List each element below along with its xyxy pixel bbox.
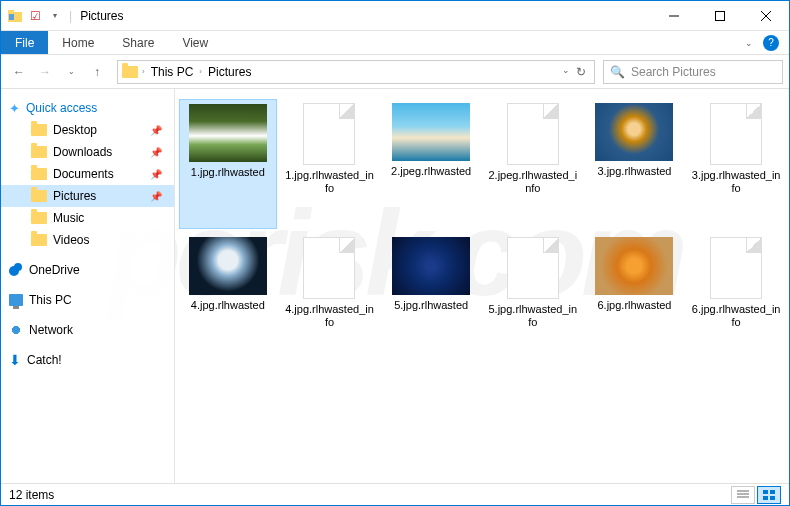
- forward-button[interactable]: →: [33, 60, 57, 84]
- address-bar[interactable]: › This PC › Pictures ⌄ ↻: [117, 60, 595, 84]
- file-item[interactable]: 5.jpg.rlhwasted: [382, 233, 480, 363]
- address-dropdown-icon[interactable]: ⌄: [562, 65, 570, 79]
- explorer-icon: [7, 8, 23, 24]
- folder-icon: [31, 146, 47, 158]
- sidebar-item-desktop[interactable]: Desktop📌: [1, 119, 174, 141]
- file-name: 5.jpg.rlhwasted: [394, 299, 468, 312]
- file-name: 2.jpeg.rlhwasted_info: [488, 169, 578, 195]
- file-grid[interactable]: 1.jpg.rlhwasted1.jpg.rlhwasted_info2.jpe…: [175, 89, 789, 483]
- blank-file-icon: [507, 237, 559, 299]
- close-button[interactable]: [743, 1, 789, 30]
- breadcrumb-root[interactable]: This PC: [149, 65, 196, 79]
- minimize-button[interactable]: [651, 1, 697, 30]
- file-name: 3.jpg.rlhwasted_info: [691, 169, 781, 195]
- pc-icon: [9, 294, 23, 306]
- title-bar: ☑ ▾ | Pictures: [1, 1, 789, 31]
- image-thumbnail: [189, 104, 267, 162]
- sidebar-quick-access[interactable]: ✦Quick access: [1, 97, 174, 119]
- onedrive-icon: [9, 263, 23, 277]
- status-bar: 12 items: [1, 483, 789, 505]
- sidebar-item-label: Pictures: [53, 189, 96, 203]
- pin-icon: 📌: [150, 125, 162, 136]
- file-item[interactable]: 2.jpeg.rlhwasted_info: [484, 99, 582, 229]
- file-item[interactable]: 5.jpg.rlhwasted_info: [484, 233, 582, 363]
- up-button[interactable]: ↑: [85, 60, 109, 84]
- sidebar-item-label: Desktop: [53, 123, 97, 137]
- sidebar-this-pc[interactable]: This PC: [1, 289, 174, 311]
- sidebar-item-label: Music: [53, 211, 84, 225]
- image-thumbnail: [189, 237, 267, 295]
- file-item[interactable]: 6.jpg.rlhwasted: [586, 233, 684, 363]
- svg-rect-12: [763, 496, 768, 500]
- file-item[interactable]: 4.jpg.rlhwasted: [179, 233, 277, 363]
- thumbnails-view-button[interactable]: [757, 486, 781, 504]
- back-button[interactable]: ←: [7, 60, 31, 84]
- properties-icon[interactable]: ☑: [27, 8, 43, 24]
- network-label: Network: [29, 323, 73, 337]
- image-thumbnail: [392, 237, 470, 295]
- image-thumbnail: [595, 237, 673, 295]
- network-icon: [9, 323, 23, 337]
- refresh-icon[interactable]: ↻: [572, 65, 590, 79]
- folder-icon: [122, 66, 138, 78]
- qat-dropdown-icon[interactable]: ▾: [47, 8, 63, 24]
- ribbon-expand-icon[interactable]: ⌄: [745, 38, 753, 48]
- file-item[interactable]: 2.jpeg.rlhwasted: [382, 99, 480, 229]
- quick-access-toolbar: ☑ ▾: [1, 8, 69, 24]
- folder-icon: [31, 212, 47, 224]
- catch-label: Catch!: [27, 353, 62, 367]
- folder-icon: [31, 124, 47, 136]
- quick-access-label: Quick access: [26, 101, 97, 115]
- sidebar-catch[interactable]: ⬇Catch!: [1, 349, 174, 371]
- maximize-button[interactable]: [697, 1, 743, 30]
- file-item[interactable]: 1.jpg.rlhwasted: [179, 99, 277, 229]
- file-item[interactable]: 1.jpg.rlhwasted_info: [281, 99, 379, 229]
- file-name: 3.jpg.rlhwasted: [597, 165, 671, 178]
- sidebar-item-documents[interactable]: Documents📌: [1, 163, 174, 185]
- star-icon: ✦: [9, 101, 20, 116]
- file-item[interactable]: 6.jpg.rlhwasted_info: [687, 233, 785, 363]
- blank-file-icon: [507, 103, 559, 165]
- file-name: 2.jpeg.rlhwasted: [391, 165, 471, 178]
- sidebar-item-label: Videos: [53, 233, 89, 247]
- pin-icon: 📌: [150, 169, 162, 180]
- chevron-right-icon[interactable]: ›: [142, 67, 145, 76]
- search-icon: 🔍: [610, 65, 625, 79]
- sidebar-item-videos[interactable]: Videos: [1, 229, 174, 251]
- tab-home[interactable]: Home: [48, 31, 108, 54]
- file-item[interactable]: 3.jpg.rlhwasted_info: [687, 99, 785, 229]
- svg-rect-11: [770, 490, 775, 494]
- sidebar-network[interactable]: Network: [1, 319, 174, 341]
- search-input[interactable]: 🔍 Search Pictures: [603, 60, 783, 84]
- help-icon[interactable]: ?: [763, 35, 779, 51]
- file-name: 1.jpg.rlhwasted: [191, 166, 265, 179]
- tab-view[interactable]: View: [168, 31, 222, 54]
- sidebar-item-downloads[interactable]: Downloads📌: [1, 141, 174, 163]
- onedrive-label: OneDrive: [29, 263, 80, 277]
- chevron-right-icon[interactable]: ›: [199, 67, 202, 76]
- breadcrumb-current[interactable]: Pictures: [206, 65, 253, 79]
- navigation-pane: ✦Quick access Desktop📌Downloads📌Document…: [1, 89, 175, 483]
- svg-rect-13: [770, 496, 775, 500]
- pin-icon: 📌: [150, 147, 162, 158]
- catch-icon: ⬇: [9, 352, 21, 368]
- folder-icon: [31, 234, 47, 246]
- file-name: 1.jpg.rlhwasted_info: [285, 169, 375, 195]
- file-item[interactable]: 4.jpg.rlhwasted_info: [281, 233, 379, 363]
- sidebar-item-music[interactable]: Music: [1, 207, 174, 229]
- sidebar-item-pictures[interactable]: Pictures📌: [1, 185, 174, 207]
- tab-share[interactable]: Share: [108, 31, 168, 54]
- sidebar-onedrive[interactable]: OneDrive: [1, 259, 174, 281]
- tab-file[interactable]: File: [1, 31, 48, 54]
- recent-dropdown-icon[interactable]: ⌄: [59, 60, 83, 84]
- item-count: 12 items: [9, 488, 54, 502]
- svg-rect-4: [716, 11, 725, 20]
- file-name: 6.jpg.rlhwasted: [597, 299, 671, 312]
- sidebar-item-label: Downloads: [53, 145, 112, 159]
- window-title: Pictures: [72, 9, 651, 23]
- file-item[interactable]: 3.jpg.rlhwasted: [586, 99, 684, 229]
- details-view-button[interactable]: [731, 486, 755, 504]
- file-name: 4.jpg.rlhwasted: [191, 299, 265, 312]
- search-placeholder: Search Pictures: [631, 65, 716, 79]
- pin-icon: 📌: [150, 191, 162, 202]
